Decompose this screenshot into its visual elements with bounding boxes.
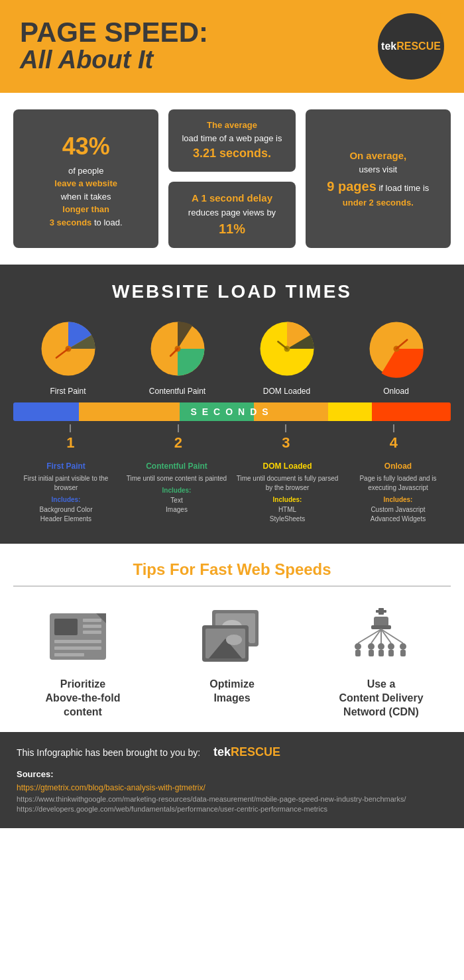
source-link-3: https://developers.google.com/web/fundam… xyxy=(17,805,447,813)
desc-dom-loaded: DOM Loaded Time until document is fully … xyxy=(235,461,340,524)
chart-onload: Onload xyxy=(367,319,426,396)
pie-contentful-paint xyxy=(148,319,207,379)
second-1-wrap: 1 xyxy=(17,424,125,452)
svg-rect-13 xyxy=(54,619,78,635)
desc-text-contentful-paint: Time until some content is painted xyxy=(124,474,229,483)
seconds-bar: SECONDS xyxy=(13,402,451,421)
footer: This Infographic has been brought to you… xyxy=(0,732,464,828)
chart-contentful-paint: Contentful Paint xyxy=(148,319,207,396)
includes-label-contentful-paint: Includes: xyxy=(124,487,229,494)
second-3-wrap: 3 xyxy=(232,424,340,452)
pie-first-paint xyxy=(38,319,98,379)
footer-credit: This Infographic has been brought to you… xyxy=(17,745,447,759)
includes-label-dom-loaded: Includes: xyxy=(235,496,340,503)
seconds-bar-label: SECONDS xyxy=(190,406,273,417)
logo-rescue: RESCUE xyxy=(396,40,441,52)
svg-line-33 xyxy=(358,629,381,643)
desc-first-paint: First Paint First initial paint visible … xyxy=(13,461,119,524)
second-1: 1 xyxy=(66,434,74,452)
second-2: 2 xyxy=(174,434,182,452)
svg-rect-31 xyxy=(374,617,388,627)
pie-onload xyxy=(367,319,426,379)
stat1-percent: 43% xyxy=(23,129,149,164)
chart-label-dom-loaded: DOM Loaded xyxy=(263,387,310,396)
second-2-wrap: 2 xyxy=(125,424,233,452)
svg-rect-32 xyxy=(371,625,391,629)
header: PAGE SPEED: All About It + tekRESCUE xyxy=(0,0,464,93)
svg-point-44 xyxy=(388,643,394,650)
source-link-2: https://www.thinkwithgoogle.com/marketin… xyxy=(17,795,447,803)
logo-text: tekRESCUE xyxy=(381,40,441,52)
chart-label-first-paint: First Paint xyxy=(50,387,86,396)
desc-onload: Onload Page is fully loaded and is execu… xyxy=(345,461,451,524)
tips-section: Tips For Fast Web Speeds xyxy=(0,544,464,732)
page-title-line1: PAGE SPEED: xyxy=(20,19,208,46)
seconds-bar-wrap: SECONDS xyxy=(13,402,451,421)
desc-text-dom-loaded: Time until document is fully parsed by t… xyxy=(235,474,340,493)
stat-box-2: The average load time of a web page is 3… xyxy=(168,109,295,172)
svg-point-40 xyxy=(368,643,375,650)
svg-rect-43 xyxy=(378,650,384,656)
load-section-title: WEBSITE LOAD TIMES xyxy=(13,281,451,302)
tip-label-1: PrioritizeAbove-the-foldcontent xyxy=(46,678,121,719)
logo-circle: + tekRESCUE xyxy=(378,13,444,80)
header-title: PAGE SPEED: All About It xyxy=(20,19,208,74)
stat1-text: 43% of people leave a website when it ta… xyxy=(23,129,149,229)
images-svg xyxy=(196,607,268,666)
svg-point-42 xyxy=(378,643,384,650)
footer-sources: Sources: https://gtmetrix.com/blog/basic… xyxy=(17,769,447,813)
tip-item-1: PrioritizeAbove-the-foldcontent xyxy=(13,603,152,719)
tick-1 xyxy=(70,424,71,432)
svg-rect-16 xyxy=(83,631,101,634)
stat-box-3: A 1 second delay reduces page views by 1… xyxy=(168,182,295,248)
includes-label-first-paint: Includes: xyxy=(13,496,119,503)
second-3: 3 xyxy=(282,434,290,452)
includes-text-dom-loaded: HTMLStyleSheets xyxy=(235,505,340,524)
includes-label-onload: Includes: xyxy=(345,496,451,503)
stat-box-4: On average, users visit 9 pages if load … xyxy=(306,109,451,248)
svg-rect-18 xyxy=(54,646,101,650)
logo-plus-icon: + xyxy=(434,7,449,33)
includes-text-contentful-paint: TextImages xyxy=(124,496,229,515)
svg-rect-47 xyxy=(400,650,406,656)
svg-rect-39 xyxy=(355,650,361,656)
svg-rect-30 xyxy=(378,608,384,615)
page-title-line2: All About It xyxy=(20,46,208,74)
source-link-1: https://gtmetrix.com/blog/basic-analysis… xyxy=(17,783,447,792)
load-section: WEBSITE LOAD TIMES First Paint xyxy=(0,265,464,544)
tip-label-3: Use aContent DeliveryNetword (CDN) xyxy=(339,678,423,719)
svg-rect-14 xyxy=(83,619,101,622)
sources-title: Sources: xyxy=(17,769,447,779)
chart-dom-loaded: DOM Loaded xyxy=(257,319,317,396)
includes-text-first-paint: Background ColorHeader Elements xyxy=(13,505,119,524)
tips-row: PrioritizeAbove-the-foldcontent xyxy=(13,603,451,719)
includes-text-onload: Custom JavascriptAdvanced Widgets xyxy=(345,505,451,524)
desc-title-dom-loaded: DOM Loaded xyxy=(235,461,340,471)
svg-point-38 xyxy=(355,643,361,650)
chart-label-contentful-paint: Contentful Paint xyxy=(149,387,205,396)
svg-line-34 xyxy=(371,629,381,643)
newspaper-svg xyxy=(46,607,119,666)
svg-rect-15 xyxy=(83,625,101,628)
chart-first-paint: First Paint xyxy=(38,319,98,396)
svg-line-37 xyxy=(381,629,403,643)
desc-title-first-paint: First Paint xyxy=(13,461,119,471)
desc-text-onload: Page is fully loaded and is executing Ja… xyxy=(345,474,451,493)
second-4: 4 xyxy=(390,434,398,452)
footer-logo-rescue: RESCUE xyxy=(231,745,280,759)
svg-point-46 xyxy=(400,643,406,650)
seconds-numbers: 1 2 3 4 xyxy=(13,421,451,452)
tick-4 xyxy=(393,424,394,432)
desc-text-first-paint: First initial paint visible to the brows… xyxy=(13,474,119,493)
tip-item-3: Use aContent DeliveryNetword (CDN) xyxy=(312,603,451,719)
tick-3 xyxy=(285,424,286,432)
stats-middle-col: The average load time of a web page is 3… xyxy=(168,109,295,248)
desc-title-onload: Onload xyxy=(345,461,451,471)
footer-logo-tek: tek xyxy=(213,745,231,759)
logo-tek: tek xyxy=(381,40,396,52)
svg-rect-19 xyxy=(54,653,84,656)
tip-icon-newspaper xyxy=(43,603,123,670)
svg-line-36 xyxy=(381,629,391,643)
svg-rect-41 xyxy=(369,650,374,656)
tip-item-2: OptimizeImages xyxy=(162,603,302,705)
